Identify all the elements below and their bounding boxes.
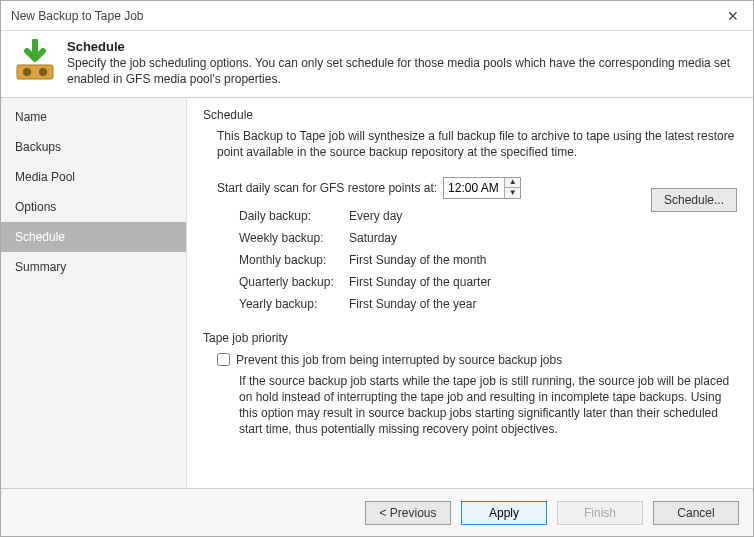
scan-time-input[interactable]: ▲ ▼ [443, 177, 521, 199]
sidebar-item-backups[interactable]: Backups [1, 132, 186, 162]
yearly-value: First Sunday of the year [349, 297, 476, 311]
prevent-interruption-checkbox[interactable] [217, 353, 230, 366]
quarterly-label: Quarterly backup: [239, 275, 349, 289]
schedule-row-monthly: Monthly backup: First Sunday of the mont… [239, 253, 737, 267]
priority-section-title: Tape job priority [203, 331, 737, 345]
sidebar-item-schedule[interactable]: Schedule [1, 222, 186, 252]
sidebar-item-name[interactable]: Name [1, 102, 186, 132]
header-title: Schedule [67, 39, 741, 54]
daily-value: Every day [349, 209, 402, 223]
svg-rect-0 [17, 65, 53, 79]
tape-download-icon [13, 39, 57, 83]
priority-checkbox-row[interactable]: Prevent this job from being interrupted … [217, 353, 737, 367]
sidebar-item-media-pool[interactable]: Media Pool [1, 162, 186, 192]
schedule-row-weekly: Weekly backup: Saturday [239, 231, 737, 245]
sidebar-item-options[interactable]: Options [1, 192, 186, 222]
monthly-label: Monthly backup: [239, 253, 349, 267]
finish-button: Finish [557, 501, 643, 525]
monthly-value: First Sunday of the month [349, 253, 486, 267]
content-panel: Schedule This Backup to Tape job will sy… [187, 98, 753, 488]
previous-button[interactable]: < Previous [365, 501, 451, 525]
quarterly-value: First Sunday of the quarter [349, 275, 491, 289]
wizard-header: Schedule Specify the job scheduling opti… [1, 31, 753, 97]
header-description: Specify the job scheduling options. You … [67, 56, 741, 87]
scan-time-label: Start daily scan for GFS restore points … [217, 181, 437, 195]
svg-point-1 [23, 68, 31, 76]
time-spin-down-icon[interactable]: ▼ [505, 188, 520, 198]
wizard-sidebar: Name Backups Media Pool Options Schedule… [1, 98, 187, 488]
time-spin-up-icon[interactable]: ▲ [505, 178, 520, 189]
schedule-section-title: Schedule [203, 108, 737, 122]
svg-point-2 [39, 68, 47, 76]
wizard-footer: < Previous Apply Finish Cancel [1, 488, 753, 536]
schedule-row-yearly: Yearly backup: First Sunday of the year [239, 297, 737, 311]
window-title: New Backup to Tape Job [11, 9, 713, 23]
priority-note: If the source backup job starts while th… [239, 373, 737, 438]
schedule-grid: Daily backup: Every day Weekly backup: S… [239, 209, 737, 311]
weekly-value: Saturday [349, 231, 397, 245]
schedule-button[interactable]: Schedule... [651, 188, 737, 212]
priority-checkbox-label: Prevent this job from being interrupted … [236, 353, 562, 367]
title-bar: New Backup to Tape Job ✕ [1, 1, 753, 31]
daily-label: Daily backup: [239, 209, 349, 223]
scan-time-field[interactable] [444, 178, 504, 198]
yearly-label: Yearly backup: [239, 297, 349, 311]
sidebar-item-summary[interactable]: Summary [1, 252, 186, 282]
schedule-row-quarterly: Quarterly backup: First Sunday of the qu… [239, 275, 737, 289]
apply-button[interactable]: Apply [461, 501, 547, 525]
cancel-button[interactable]: Cancel [653, 501, 739, 525]
close-icon[interactable]: ✕ [713, 2, 753, 30]
weekly-label: Weekly backup: [239, 231, 349, 245]
schedule-description: This Backup to Tape job will synthesize … [217, 128, 737, 160]
